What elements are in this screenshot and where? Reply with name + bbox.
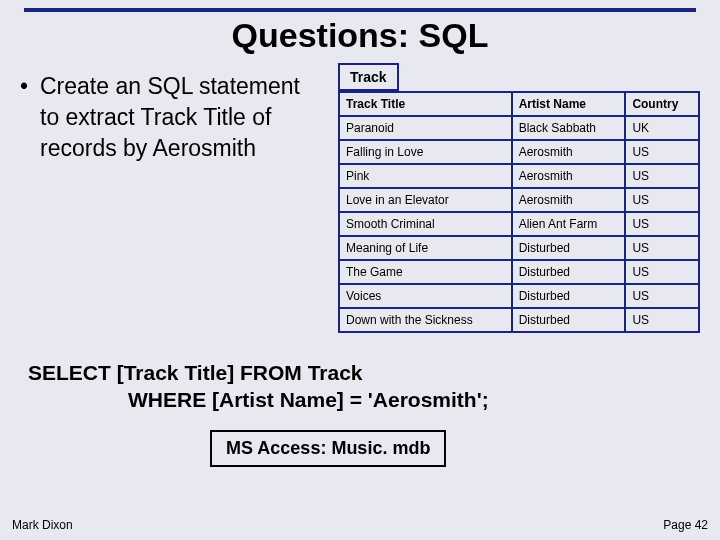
table-cell: US <box>625 140 699 164</box>
table-cell: Pink <box>339 164 512 188</box>
table-cell: Disturbed <box>512 260 626 284</box>
page-title: Questions: SQL <box>0 16 720 55</box>
left-column: Create an SQL statement to extract Track… <box>20 63 322 333</box>
table-cell: Voices <box>339 284 512 308</box>
table-row: ParanoidBlack SabbathUK <box>339 116 699 140</box>
table-cell: Aerosmith <box>512 164 626 188</box>
table-cell: US <box>625 284 699 308</box>
table-row: VoicesDisturbedUS <box>339 284 699 308</box>
table-row: Smooth CriminalAlien Ant FarmUS <box>339 212 699 236</box>
footer-page: Page 42 <box>663 518 708 532</box>
table-cell: Meaning of Life <box>339 236 512 260</box>
table-row: Falling in LoveAerosmithUS <box>339 140 699 164</box>
table-cell: US <box>625 308 699 332</box>
table-row: PinkAerosmithUS <box>339 164 699 188</box>
col-header: Country <box>625 92 699 116</box>
col-header: Track Title <box>339 92 512 116</box>
bullet-item: Create an SQL statement to extract Track… <box>20 71 322 164</box>
table-cell: Falling in Love <box>339 140 512 164</box>
table-cell: US <box>625 188 699 212</box>
right-column: Track Track Title Artist Name Country Pa… <box>338 63 700 333</box>
table-cell: Paranoid <box>339 116 512 140</box>
table-cell: Smooth Criminal <box>339 212 512 236</box>
table-label: Track <box>338 63 399 91</box>
table-cell: US <box>625 164 699 188</box>
table-row: Love in an ElevatorAerosmithUS <box>339 188 699 212</box>
table-cell: Black Sabbath <box>512 116 626 140</box>
table-cell: Alien Ant Farm <box>512 212 626 236</box>
table-cell: US <box>625 212 699 236</box>
table-cell: Aerosmith <box>512 188 626 212</box>
sql-statement: SELECT [Track Title] FROM Track WHERE [A… <box>28 359 720 414</box>
sql-line-1: SELECT [Track Title] FROM Track <box>28 361 363 384</box>
table-cell: US <box>625 260 699 284</box>
table-row: The GameDisturbedUS <box>339 260 699 284</box>
table-cell: Down with the Sickness <box>339 308 512 332</box>
table-cell: Aerosmith <box>512 140 626 164</box>
table-cell: The Game <box>339 260 512 284</box>
data-table: Track Title Artist Name Country Paranoid… <box>338 91 700 333</box>
content-row: Create an SQL statement to extract Track… <box>0 63 720 333</box>
table-cell: US <box>625 236 699 260</box>
col-header: Artist Name <box>512 92 626 116</box>
top-rule <box>24 8 696 12</box>
table-cell: UK <box>625 116 699 140</box>
db-box: MS Access: Music. mdb <box>210 430 446 467</box>
table-cell: Disturbed <box>512 308 626 332</box>
table-row: Meaning of LifeDisturbedUS <box>339 236 699 260</box>
sql-line-2: WHERE [Artist Name] = 'Aerosmith'; <box>28 386 720 413</box>
table-row: Down with the SicknessDisturbedUS <box>339 308 699 332</box>
table-cell: Love in an Elevator <box>339 188 512 212</box>
table-cell: Disturbed <box>512 236 626 260</box>
table-cell: Disturbed <box>512 284 626 308</box>
footer-author: Mark Dixon <box>12 518 73 532</box>
